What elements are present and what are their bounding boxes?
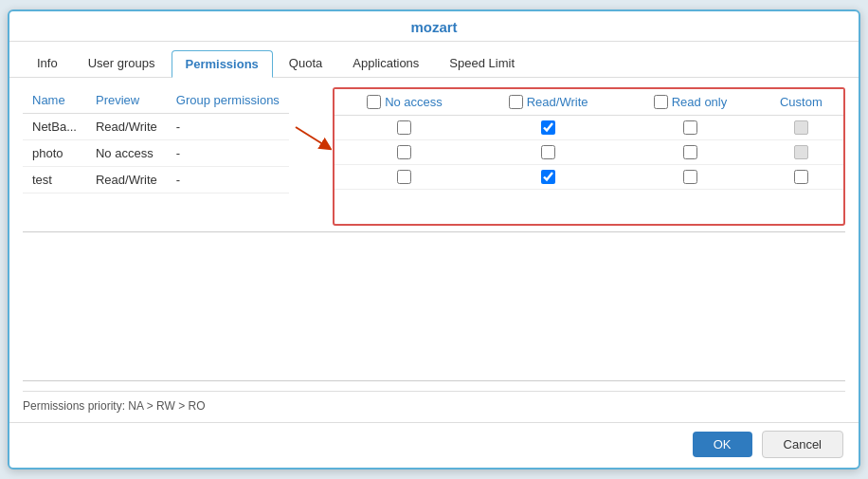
separator	[23, 231, 845, 232]
col-header-preview: Preview	[86, 87, 167, 114]
left-table: Name Preview Group permissions NetBa... …	[23, 87, 289, 226]
col-header-no-access: No access	[335, 89, 475, 116]
cell-custom-1	[759, 140, 843, 165]
custom-checkbox-2[interactable]	[794, 170, 808, 184]
dialog-title: mozart	[9, 11, 859, 42]
table-row: photo No access -	[23, 140, 289, 167]
read-only-checkbox-2[interactable]	[683, 170, 697, 184]
permissions-priority: Permissions priority: NA > RW > RO	[23, 391, 845, 416]
cell-read-only-2	[622, 165, 759, 190]
right-table-wrapper: No access Read/Write	[333, 87, 845, 226]
dialog-footer: OK Cancel	[9, 422, 859, 468]
ok-button[interactable]: OK	[693, 432, 752, 457]
svg-line-1	[296, 127, 326, 146]
tab-bar: Info User groups Permissions Quota Appli…	[9, 42, 859, 78]
header-no-access-checkbox[interactable]	[367, 95, 381, 109]
col-header-name: Name	[23, 87, 86, 114]
col-header-group-permissions: Group permissions	[167, 87, 289, 114]
tab-user-groups[interactable]: User groups	[74, 49, 170, 77]
col-header-read-only: Read only	[622, 89, 759, 116]
read-write-checkbox-2[interactable]	[541, 170, 555, 184]
row-name: test	[23, 167, 86, 193]
no-access-checkbox-2[interactable]	[397, 170, 411, 184]
permissions-row	[335, 116, 843, 140]
col-header-read-write: Read/Write	[475, 89, 622, 116]
cell-read-only-1	[622, 140, 759, 165]
row-preview: Read/Write	[86, 114, 167, 140]
content-area: Name Preview Group permissions NetBa... …	[9, 78, 859, 422]
cell-read-write-2	[475, 165, 622, 190]
cell-no-access-1	[335, 140, 475, 165]
permissions-row	[335, 165, 843, 190]
cell-read-only-0	[622, 116, 759, 140]
permissions-row	[335, 140, 843, 165]
read-only-checkbox-1[interactable]	[683, 145, 697, 159]
row-preview: No access	[86, 140, 167, 167]
table-row: NetBa... Read/Write -	[23, 114, 289, 140]
no-access-checkbox-1[interactable]	[397, 145, 411, 159]
read-only-checkbox-0[interactable]	[683, 120, 697, 135]
custom-disabled-icon-0	[794, 120, 808, 135]
tab-speed-limit[interactable]: Speed Limit	[435, 49, 529, 77]
row-group: -	[167, 114, 289, 140]
table-row: test Read/Write -	[23, 167, 289, 193]
row-preview: Read/Write	[86, 167, 167, 193]
cell-custom-0	[759, 116, 843, 140]
tab-permissions[interactable]: Permissions	[172, 50, 273, 78]
row-name: photo	[23, 140, 86, 167]
cell-read-write-1	[475, 140, 622, 165]
main-table-area: Name Preview Group permissions NetBa... …	[23, 87, 845, 226]
header-read-only-checkbox[interactable]	[654, 95, 668, 109]
tab-info[interactable]: Info	[23, 49, 72, 77]
empty-area	[23, 236, 845, 375]
row-group: -	[167, 140, 289, 167]
cancel-button[interactable]: Cancel	[762, 431, 843, 458]
arrow-area	[289, 87, 333, 226]
row-name: NetBa...	[23, 114, 86, 140]
col-header-custom: Custom	[759, 89, 843, 116]
read-write-checkbox-0[interactable]	[541, 120, 555, 135]
separator-2	[23, 380, 845, 381]
dialog: mozart Info User groups Permissions Quot…	[8, 9, 860, 470]
cell-no-access-0	[335, 116, 475, 140]
tab-quota[interactable]: Quota	[275, 49, 336, 77]
no-access-checkbox-0[interactable]	[397, 120, 411, 135]
cell-no-access-2	[335, 165, 475, 190]
read-write-checkbox-1[interactable]	[541, 145, 555, 159]
header-read-write-checkbox[interactable]	[509, 95, 523, 109]
cell-custom-2	[759, 165, 843, 190]
tab-applications[interactable]: Applications	[338, 49, 433, 77]
row-group: -	[167, 167, 289, 193]
cell-read-write-0	[475, 116, 622, 140]
custom-disabled-icon-1	[794, 145, 808, 159]
arrow-icon	[290, 120, 332, 154]
